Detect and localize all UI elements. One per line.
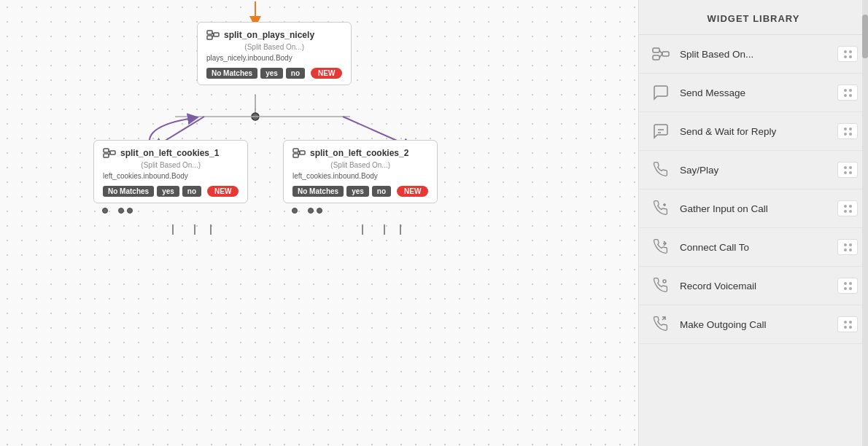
right-badge-no-matches: No Matches [292, 186, 344, 197]
main-node-label: split_on_plays_nicely [224, 30, 314, 40]
left-connectors [93, 203, 248, 218]
svg-rect-18 [104, 154, 109, 157]
widget-gather-label: Gather Input on Call [680, 203, 837, 214]
left-node-body: left_cookies.inbound.Body [103, 172, 239, 180]
widget-send-wait-drag[interactable] [837, 123, 858, 139]
right-connector-3 [317, 208, 322, 214]
svg-rect-22 [293, 149, 298, 152]
connect-call-icon [649, 235, 673, 259]
widget-say-play-drag[interactable] [837, 162, 858, 178]
sidebar-scrollbar[interactable] [862, 0, 868, 446]
widget-connect-call-to[interactable]: Connect Call To [639, 228, 868, 267]
left-connector-2 [118, 208, 124, 214]
svg-rect-12 [207, 31, 212, 34]
left-connector-1 [102, 208, 108, 214]
main-node-body: plays_nicely.inbound.Body [206, 54, 342, 62]
widget-record-voicemail[interactable]: Record Voicemail [639, 267, 868, 305]
send-message-icon [649, 81, 673, 104]
svg-line-21 [109, 153, 110, 156]
left-node-label: split_on_left_cookies_1 [120, 148, 219, 158]
record-voicemail-icon [649, 274, 673, 297]
main-node-badges: No Matches yes no NEW [206, 68, 342, 79]
scrollbar-thumb[interactable] [862, 15, 868, 58]
widget-library-sidebar: WIDGET LIBRARY Split Based On... [638, 0, 868, 446]
make-outgoing-call-icon [649, 313, 673, 336]
svg-rect-27 [653, 48, 659, 52]
sidebar-header: WIDGET LIBRARY [639, 0, 868, 35]
svg-rect-29 [662, 52, 669, 56]
right-node-body: left_cookies.inbound.Body [292, 172, 428, 180]
canvas-area[interactable]: split_on_plays_nicely (Split Based On...… [0, 0, 638, 446]
svg-rect-28 [653, 55, 659, 60]
widget-split-label: Split Based On... [680, 49, 837, 60]
left-node-badges: No Matches yes no NEW [103, 186, 239, 197]
widget-send-message-drag[interactable] [837, 85, 858, 101]
right-child-node[interactable]: split_on_left_cookies_2 (Split Based On.… [283, 140, 438, 218]
right-badge-no: no [372, 186, 391, 197]
svg-rect-19 [110, 151, 115, 154]
split-icon-right [292, 146, 306, 160]
right-connector-1 [292, 208, 298, 214]
badge-yes: yes [260, 68, 283, 79]
widget-send-message[interactable]: Send Message [639, 74, 868, 112]
right-node-badges: No Matches yes no NEW [292, 186, 428, 197]
split-icon-left [103, 146, 116, 160]
badge-new: NEW [311, 68, 342, 79]
badge-no: no [286, 68, 305, 79]
widget-say-play[interactable]: Say/Play [639, 151, 868, 189]
widget-gather-drag[interactable] [837, 200, 858, 216]
main-node[interactable]: split_on_plays_nicely (Split Based On...… [197, 22, 352, 85]
left-badge-no-matches: No Matches [103, 186, 154, 197]
badge-no-matches: No Matches [206, 68, 257, 79]
split-icon [206, 28, 220, 42]
widget-send-wait-label: Send & Wait for Reply [680, 126, 837, 137]
svg-line-16 [212, 35, 214, 38]
main-node-subtitle: (Split Based On...) [206, 43, 342, 51]
left-badge-yes: yes [157, 186, 179, 197]
left-badge-new: NEW [207, 186, 239, 197]
widget-send-message-label: Send Message [680, 87, 837, 98]
right-connectors [283, 203, 438, 218]
right-connector-2 [308, 208, 314, 214]
svg-rect-13 [207, 36, 212, 39]
right-badge-new: NEW [397, 186, 428, 197]
svg-rect-24 [300, 151, 305, 154]
widget-split-drag-handle[interactable] [837, 46, 858, 62]
svg-rect-17 [104, 149, 109, 152]
svg-rect-14 [214, 33, 219, 36]
widget-split-based-on[interactable]: Split Based On... [639, 35, 868, 74]
widget-record-label: Record Voicemail [680, 281, 837, 292]
widget-connect-label: Connect Call To [680, 242, 837, 253]
widget-record-drag[interactable] [837, 278, 858, 294]
widget-list: Split Based On... Send Message [639, 35, 868, 446]
widget-say-play-label: Say/Play [680, 165, 837, 176]
svg-rect-23 [293, 154, 298, 157]
left-child-node[interactable]: split_on_left_cookies_1 (Split Based On.… [93, 140, 248, 218]
right-badge-yes: yes [346, 186, 369, 197]
widget-send-wait-reply[interactable]: Send & Wait for Reply [639, 112, 868, 151]
svg-point-2 [252, 113, 259, 120]
svg-line-26 [298, 153, 300, 156]
left-badge-no: no [182, 186, 201, 197]
widget-gather-input-call[interactable]: Gather Input on Call [639, 189, 868, 228]
say-play-icon [649, 158, 673, 181]
right-node-subtitle: (Split Based On...) [292, 161, 428, 169]
widget-outgoing-drag[interactable] [837, 316, 858, 332]
widget-connect-drag[interactable] [837, 239, 858, 255]
split-based-on-icon [649, 42, 673, 66]
widget-make-outgoing-call[interactable]: Make Outgoing Call [639, 305, 868, 344]
right-node-label: split_on_left_cookies_2 [310, 148, 408, 158]
svg-point-37 [663, 280, 666, 283]
left-connector-3 [127, 208, 133, 214]
send-wait-reply-icon [649, 120, 673, 143]
left-node-subtitle: (Split Based On...) [103, 161, 239, 169]
widget-outgoing-label: Make Outgoing Call [680, 319, 837, 330]
gather-input-icon [649, 197, 673, 220]
